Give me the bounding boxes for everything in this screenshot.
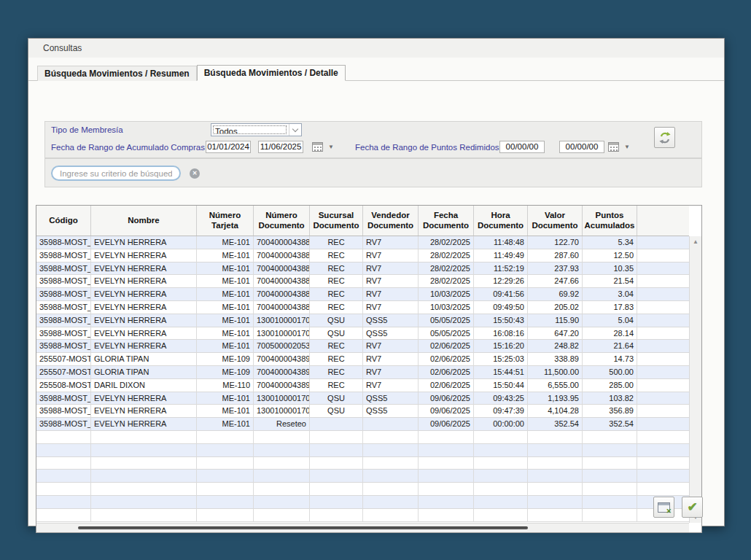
table-cell: 28/02/2025 [419, 262, 474, 276]
scroll-up-icon[interactable]: ▲ [693, 238, 699, 245]
table-cell-filler [637, 275, 689, 288]
tab-busqueda-resumen[interactable]: Búsqueda Movimientos / Resumen [37, 66, 197, 81]
table-cell [91, 431, 197, 444]
table-cell-filler [637, 418, 689, 431]
membership-type-label: Tipo de Membresía [51, 125, 123, 134]
table-cell: 00:00:00 [474, 418, 528, 431]
table-cell: GLORIA TIPAN [91, 353, 197, 366]
table-cell: 09:43:25 [474, 392, 528, 405]
table-cell: QSU [310, 392, 363, 405]
table-row[interactable] [36, 457, 689, 470]
table-cell [419, 457, 474, 470]
table-cell: 16:08:16 [474, 327, 528, 341]
calendar-dropdown-icon[interactable]: ▼ [328, 144, 334, 150]
table-cell: 700400004389 [254, 366, 310, 379]
table-cell: RV7 [363, 288, 419, 301]
table-row[interactable]: 35988-MOST_EVELYN HERRERAME-101700500002… [36, 340, 689, 353]
table-row[interactable]: 255507-MOST_GLORIA TIPANME-1097004000043… [36, 353, 689, 366]
table-row[interactable]: 35988-MOST_EVELYN HERRERAME-101700400004… [36, 288, 689, 301]
table-cell: 05/05/2025 [419, 327, 474, 341]
table-cell [583, 431, 637, 444]
column-header[interactable]: Fecha Documento [419, 206, 474, 236]
tab-busqueda-detalle[interactable]: Búsqueda Movimientos / Detalle [197, 65, 346, 81]
table-row[interactable]: 35988-MOST_EVELYN HERRERAME-101700400004… [36, 301, 689, 314]
column-header[interactable]: Código [36, 206, 91, 236]
column-header[interactable]: Vendedor Documento [363, 206, 419, 236]
table-cell: 15:50:43 [474, 314, 528, 327]
table-cell: QSU [310, 327, 363, 341]
table-cell: Reseteo [254, 418, 310, 431]
table-row[interactable] [36, 470, 689, 483]
table-cell: ME-101 [197, 288, 254, 301]
table-cell: ME-109 [197, 366, 254, 379]
calendar-dropdown-icon[interactable]: ▼ [624, 144, 630, 150]
table-cell [583, 444, 637, 457]
table-cell [254, 470, 310, 483]
column-header[interactable]: Valor Documento [528, 206, 583, 236]
column-header[interactable]: Nombre [91, 206, 197, 236]
redeemed-date-from-field[interactable]: 00/00/00 [499, 141, 545, 153]
table-row[interactable] [36, 431, 689, 444]
table-row[interactable]: 35988-MOST_EVELYN HERRERAME-101130010000… [36, 314, 689, 327]
table-cell: 700400004388 [254, 249, 310, 262]
table-cell [419, 470, 474, 483]
column-header[interactable]: Número Documento [254, 206, 310, 236]
export-excel-button[interactable]: ✕ [653, 497, 674, 518]
table-row[interactable]: 35988-MOST_EVELYN HERRERAME-101Reseteo09… [36, 418, 689, 431]
purchase-date-to-field[interactable]: 11/06/2025 [258, 141, 303, 153]
table-row[interactable]: 35988-MOST_EVELYN HERRERAME-101700400004… [36, 236, 689, 249]
redeemed-date-to-field[interactable]: 00/00/00 [559, 141, 604, 153]
column-header[interactable]: Número Tarjeta [197, 206, 254, 236]
table-row[interactable]: 35988-MOST_EVELYN HERRERAME-101130010000… [36, 327, 689, 341]
vertical-scrollbar[interactable]: ▲ ▼ [689, 236, 701, 523]
table-cell: 700400004389 [254, 353, 310, 366]
table-cell: 205.02 [528, 301, 583, 314]
table-cell-filler [637, 327, 689, 341]
column-header-filler [637, 206, 689, 236]
column-header[interactable]: Hora Documento [474, 206, 528, 236]
table-row[interactable]: 35988-MOST_EVELYN HERRERAME-101130010000… [36, 405, 689, 418]
table-cell: 21.54 [583, 275, 637, 288]
calendar-icon[interactable] [312, 142, 323, 152]
purchase-date-from-field[interactable]: 01/01/2024 [206, 141, 251, 153]
table-cell: 35988-MOST_ [36, 249, 91, 262]
table-row[interactable]: 35988-MOST_EVELYN HERRERAME-101700400004… [36, 262, 689, 276]
column-header[interactable]: Puntos Acumulados [583, 206, 637, 236]
table-cell: 02/06/2025 [419, 353, 474, 366]
table-cell: ME-101 [197, 327, 254, 341]
table-cell: RV7 [363, 379, 419, 392]
table-row[interactable]: 35988-MOST_EVELYN HERRERAME-101700400004… [36, 249, 689, 262]
table-cell: EVELYN HERRERA [91, 405, 197, 418]
table-row[interactable]: 35988-MOST_EVELYN HERRERAME-101130010000… [36, 392, 689, 405]
table-cell: ME-101 [197, 405, 254, 418]
table-cell: 15:50:44 [474, 379, 528, 392]
table-cell: RV7 [363, 301, 419, 314]
table-cell: 130010000170 [254, 392, 310, 405]
search-input[interactable] [60, 169, 172, 178]
table-cell: 28/02/2025 [419, 275, 474, 288]
refresh-button[interactable] [654, 127, 675, 148]
search-box[interactable] [51, 166, 181, 181]
table-cell: REC [310, 379, 363, 392]
table-cell: 10.35 [583, 262, 637, 276]
membership-type-select[interactable]: Todos [211, 123, 302, 136]
table-cell [583, 470, 637, 483]
table-cell: 700500002053 [254, 340, 310, 353]
combo-arrow-box[interactable] [289, 124, 301, 136]
column-header[interactable]: Sucursal Documento [310, 206, 363, 236]
calendar-icon[interactable] [608, 142, 619, 152]
accept-button[interactable]: ✔ [682, 497, 703, 518]
table-row[interactable]: 255507-MOST_GLORIA TIPANME-1097004000043… [36, 366, 689, 379]
table-row[interactable] [36, 444, 689, 457]
tab-page-detalle: Tipo de Membresía Todos Fecha de Rango d… [28, 80, 724, 526]
table-cell: ME-110 [197, 379, 254, 392]
table-cell [419, 444, 474, 457]
horizontal-scrollbar-thumb[interactable] [78, 526, 528, 529]
clear-search-icon[interactable]: ✕ [190, 168, 200, 179]
table-cell: 35988-MOST_ [36, 405, 91, 418]
table-cell: 130010000170 [254, 405, 310, 418]
table-cell-filler [637, 405, 689, 418]
table-row[interactable]: 35988-MOST_EVELYN HERRERAME-101700400004… [36, 275, 689, 288]
table-row[interactable]: 255508-MOST_DARIL DIXONME-11070040000438… [36, 379, 689, 392]
table-cell: EVELYN HERRERA [91, 275, 197, 288]
